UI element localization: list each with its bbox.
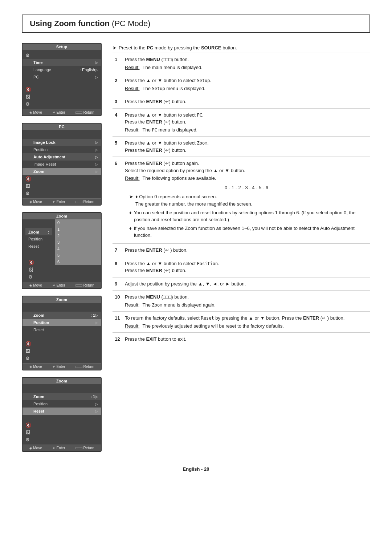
bullet-text: ♦ Option 0 represents a normal screen.Th… [135,193,252,207]
step-content: Press the ▲ or ▼ button to select Positi… [123,257,370,277]
list-item: Image Reset ▷ [23,161,101,168]
item-label: Reset [33,409,95,413]
list-item: Reset ▷ [23,408,101,415]
item-label: Language [33,68,78,72]
result-text: The Setup menu is displayed. [142,85,205,92]
diamond-icon: ♦ [129,210,132,223]
list-item: 🔇 [23,175,101,182]
zoom-value-item: 6 [55,259,101,265]
return-label: □□□ Return [76,200,94,204]
item-label: PC [33,75,95,79]
result-line: Result: The PC menu is displayed. [125,126,368,134]
table-row: 7 Press the ENTER (↵ ) button. [113,244,370,257]
move-label: ◈ Move [29,200,42,204]
list-item: 🔇 [23,340,101,347]
step-content: Press the MENU (□□□) button. Result: The… [123,53,370,74]
list-item: ⚙ [23,436,101,443]
item-label: Zoom [33,169,95,174]
bullet-block: ➤ ♦ Option 0 represents a normal screen.… [129,193,368,239]
result-line: Result: The main menu is displayed. [125,64,368,71]
result-label: Result: [125,301,139,309]
list-item: Zoom : [25,228,52,235]
move-label: ◈ Move [29,365,42,369]
zoom-value-item: 5 [55,252,101,259]
enter-label: ↵ Enter [53,200,65,204]
steps-table: 1 Press the MENU (□□□) button. Result: T… [113,53,370,346]
screen4-items: Zoom : 1 ▷ Position ▷ Reset 🔇 [23,303,101,363]
list-item: 🔇 [23,421,101,429]
list-item: 🖼 [23,429,101,436]
list-item: ⚙ [25,273,52,280]
screen3-title: Zoom [23,213,101,219]
item-label: Position [33,147,95,152]
list-item: Zoom ▷ [23,168,101,175]
step-number: 11 [113,312,123,333]
table-row: 3 Press the ENTER (↵) button. [113,95,370,109]
list-item: Position ▷ [23,319,101,326]
screen2-items: Image Lock ▷ Position ▷ Auto Adjustment … [23,130,101,198]
screen-zoom-position: Zoom Zoom : 1 ▷ Position ▷ [22,296,102,370]
list-item: Zoom : 1 ▷ [23,312,101,319]
screen1-bottom: ◈ Move ↵ Enter □□□ Return [23,109,101,115]
result-label: Result: [125,64,139,71]
arrow-icon: ➤ [113,45,117,50]
item-value: : 1 [90,313,95,317]
return-label: □□□ Return [76,365,94,369]
bullet-text: If you have selected the Zoom function a… [134,225,368,239]
item-label: Position [33,402,95,406]
title-sub: (PC Mode) [110,19,150,28]
step-content: Press the ▲ or ▼ button to select Zoom. … [123,137,370,157]
result-label: Result: [125,126,139,134]
list-item: PC ▷ [23,73,101,81]
item-label: Reset [33,328,98,332]
result-line: Result: The Setup menu is displayed. [125,85,368,92]
page-title: Using Zoom function (PC Mode) [22,15,370,33]
image-icon5: 🖼 [25,430,33,435]
list-item: ⚙ [23,190,101,197]
preset-line: ➤ Preset to the PC mode by pressing the … [113,45,370,50]
table-row: 10 Press the MENU (□□□) button. Result: … [113,291,370,312]
arrow-icon: ➤ [129,193,133,200]
table-row: 1 Press the MENU (□□□) button. Result: T… [113,53,370,74]
step-content: Press the ▲ or ▼ button to select PC. Pr… [123,108,370,137]
gear-icon2: ⚙ [25,191,33,196]
screen4-title: Zoom [23,296,101,303]
sound-icon2: 🔇 [25,176,33,182]
list-item [23,386,101,393]
screen2-title: PC [23,123,101,130]
reset-item-label: Reset [28,244,49,248]
zoom-value-item: 3 [55,239,101,246]
screen1-title: Setup [23,44,101,50]
list-item: Image Lock ▷ [23,139,101,146]
image-icon3: 🖼 [28,267,36,272]
screen1-items: ⚙ Time ▷ Language : English ▷ PC [23,50,101,109]
step-content: Press the ENTER (↵) button. [123,95,370,109]
options-line: 0 - 1 - 2 - 3 - 4 - 5 - 6 [125,184,368,191]
result-label: Result: [125,323,139,330]
item-label: Zoom [33,394,89,399]
step-content: Press the MENU (□□□) button. Result: The… [123,291,370,312]
item-value: : 1 [90,394,95,399]
table-row: 4 Press the ▲ or ▼ button to select PC. … [113,108,370,137]
item-label: Image Lock [33,140,95,145]
zoom-value-item: 2 [55,232,101,239]
sound-icon5: 🔇 [25,422,33,428]
bullet-text: You can select the position and reset fu… [134,210,368,223]
table-row: 11 To return the factory defaults, selec… [113,312,370,333]
list-item: 🖼 [25,266,52,273]
screen-pc: PC Image Lock ▷ Position ▷ Auto Adju [22,123,102,206]
table-row: 12 Press the EXIT button to exit. [113,333,370,346]
result-text: The Zoom menu is displayed again. [142,301,216,309]
step-number: 6 [113,157,123,244]
result-text: The previously adjusted settings will be… [142,323,283,330]
list-item: Reset [25,243,52,250]
step-number: 10 [113,291,123,312]
list-item: Position ▷ [23,146,101,153]
step-number: 3 [113,95,123,109]
table-row: 2 Press the ▲ or ▼ button to select Setu… [113,74,370,95]
title-main: Using Zoom function [30,19,110,28]
list-item: ⚙ [23,52,101,59]
step-content: Press the ▲ or ▼ button to select Setup.… [123,74,370,95]
move-label: ◈ Move [29,446,42,450]
move-label: ◈ Move [29,283,42,287]
